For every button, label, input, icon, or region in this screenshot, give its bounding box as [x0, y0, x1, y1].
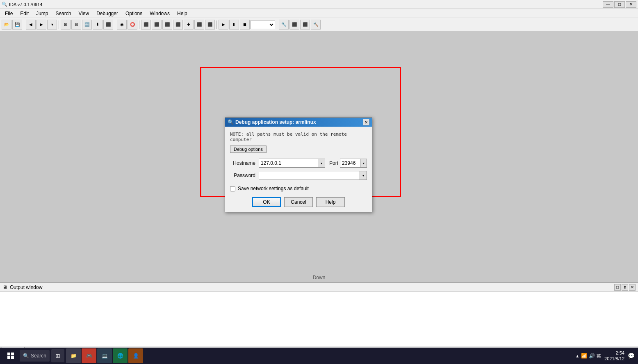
menu-search[interactable]: Search: [52, 10, 74, 17]
toolbar-fwd[interactable]: ▶: [36, 20, 46, 30]
save-settings-label: Save network settings as default: [238, 186, 309, 191]
toolbar-btn14[interactable]: ⬛: [205, 20, 215, 30]
dialog-title-left: 🔍 Debug application setup: armlinux: [228, 119, 316, 125]
taskbar-app-browser[interactable]: 🌐: [113, 348, 128, 363]
tray-expand-icon[interactable]: ▲: [575, 354, 579, 358]
title-bar: 🔍 IDA v7.0.170914 — □ ✕: [0, 0, 638, 9]
toolbar-stop[interactable]: ⏹: [240, 20, 250, 30]
debug-options-button[interactable]: Debug options: [230, 146, 267, 153]
output-content: [0, 292, 638, 346]
menu-file[interactable]: File: [2, 10, 16, 17]
debug-setup-dialog: 🔍 Debug application setup: armlinux ✕ NO…: [225, 117, 372, 212]
title-bar-controls: — □ ✕: [603, 1, 636, 8]
toolbar-save[interactable]: 💾: [12, 20, 22, 30]
toolbar-pause[interactable]: ⏸: [229, 20, 239, 30]
toolbar-btn7[interactable]: ⭕: [128, 20, 137, 30]
ok-button[interactable]: OK: [252, 197, 281, 207]
toolbar-btn5[interactable]: ⬛: [103, 20, 113, 30]
toolbar-dropdown2[interactable]: [251, 20, 275, 29]
toolbar-btn6[interactable]: ◉: [117, 20, 127, 30]
taskbar-search-box[interactable]: 🔍 Search: [20, 350, 50, 362]
output-title-left: 🖥 Output window: [2, 284, 42, 290]
password-input-container: ▾: [259, 171, 367, 180]
port-dropdown-arrow[interactable]: ▾: [360, 159, 367, 168]
svg-rect-3: [11, 356, 14, 359]
dialog-overlay: 🔍 Debug application setup: armlinux ✕ NO…: [0, 31, 638, 282]
cancel-button[interactable]: Cancel: [284, 197, 313, 207]
menu-view[interactable]: View: [75, 10, 92, 17]
maximize-button[interactable]: □: [614, 1, 625, 8]
svg-rect-0: [7, 353, 10, 355]
search-icon: 🔍: [23, 353, 29, 359]
port-label: Port: [329, 160, 338, 166]
password-input[interactable]: [259, 171, 367, 180]
hostname-row: Hostname ▾ Port ▾: [230, 159, 367, 168]
dialog-title: Debug application setup: armlinux: [235, 119, 316, 125]
taskbar-app-fileexplorer[interactable]: 📁: [66, 348, 81, 363]
toolbar-debug4[interactable]: 🔨: [311, 20, 321, 30]
toolbar-dropdown1[interactable]: ▾: [47, 20, 57, 30]
port-input[interactable]: [340, 159, 360, 168]
toolbar-btn4[interactable]: ⬇: [93, 20, 103, 30]
taskbar-pinned-apps: 📁 🎮 💻 🌐 👤: [66, 348, 143, 363]
toolbar-back[interactable]: ◀: [26, 20, 36, 30]
hostname-input-container: ▾: [259, 159, 325, 168]
taskbar-app-terminal[interactable]: 💻: [97, 348, 112, 363]
toolbar-btn3[interactable]: 🔤: [82, 20, 92, 30]
start-button[interactable]: [3, 348, 18, 363]
toolbar-btn9[interactable]: ⬛: [152, 20, 162, 30]
menu-options[interactable]: Options: [122, 10, 146, 17]
output-titlebar: 🖥 Output window □ ⬆ ✕: [0, 283, 638, 292]
toolbar-debug1[interactable]: 🔧: [279, 20, 289, 30]
toolbar-btn12[interactable]: ✚: [184, 20, 194, 30]
output-title-right: □ ⬆ ✕: [614, 284, 636, 291]
dialog-titlebar: 🔍 Debug application setup: armlinux ✕: [225, 118, 372, 127]
app-title: IDA v7.0.170914: [9, 2, 42, 7]
toolbar-btn11[interactable]: ⬛: [173, 20, 183, 30]
output-title: Output window: [10, 284, 42, 290]
password-dropdown-arrow[interactable]: ▾: [360, 171, 367, 180]
toolbar-debug2[interactable]: ⬛: [289, 20, 299, 30]
toolbar-run[interactable]: ▶: [219, 20, 228, 30]
toolbar-btn2[interactable]: ⊟: [71, 20, 81, 30]
task-view-button[interactable]: ⊞: [51, 349, 64, 362]
menu-help[interactable]: Help: [174, 10, 191, 17]
toolbar-open[interactable]: 📂: [2, 20, 11, 30]
minimize-button[interactable]: —: [603, 1, 613, 8]
toolbar-btn13[interactable]: ⬛: [194, 20, 204, 30]
tray-volume-icon: 🔊: [589, 353, 595, 359]
toolbar-btn8[interactable]: ⬛: [141, 20, 151, 30]
hostname-input[interactable]: [259, 159, 325, 168]
hostname-dropdown-arrow[interactable]: ▾: [318, 159, 325, 168]
taskbar-left: 🔍 Search ⊞ 📁 🎮 💻 🌐 👤: [3, 348, 143, 363]
dialog-icon: 🔍: [228, 119, 234, 125]
search-label: Search: [31, 353, 46, 359]
menu-windows[interactable]: Windows: [146, 10, 173, 17]
menu-edit[interactable]: Edit: [17, 10, 32, 17]
menu-jump[interactable]: Jump: [33, 10, 51, 17]
taskbar-app-game[interactable]: 🎮: [82, 348, 96, 363]
help-button[interactable]: Help: [316, 197, 345, 207]
toolbar-debug3[interactable]: ⬛: [300, 20, 310, 30]
hostname-label: Hostname: [230, 160, 255, 166]
close-button[interactable]: ✕: [626, 1, 636, 8]
notification-icon[interactable]: 💬: [628, 353, 635, 359]
save-settings-row: Save network settings as default: [230, 186, 367, 191]
toolbar-sep-6: [277, 20, 277, 29]
app-icon: 🔍: [2, 2, 7, 7]
save-settings-checkbox[interactable]: [230, 186, 235, 191]
dialog-body: NOTE: all paths must be valid on the rem…: [225, 127, 372, 212]
toolbar-sep-5: [216, 20, 217, 29]
tray-network-icon: 📶: [581, 353, 587, 359]
down-text: Down: [313, 275, 326, 280]
taskbar-app-ida[interactable]: 👤: [128, 348, 143, 363]
menu-debugger[interactable]: Debugger: [93, 10, 121, 17]
toolbar-btn10[interactable]: ⬛: [162, 20, 172, 30]
toolbar-btn1[interactable]: ⊞: [61, 20, 71, 30]
output-close-button[interactable]: ✕: [629, 284, 636, 291]
output-restore-button[interactable]: □: [614, 284, 621, 291]
output-window: 🖥 Output window □ ⬆ ✕: [0, 282, 638, 346]
taskbar-right: ▲ 📶 🔊 英 2:54 2021/8/12 💬: [575, 350, 635, 362]
dialog-close-button[interactable]: ✕: [363, 119, 369, 125]
output-float-button[interactable]: ⬆: [622, 284, 628, 291]
